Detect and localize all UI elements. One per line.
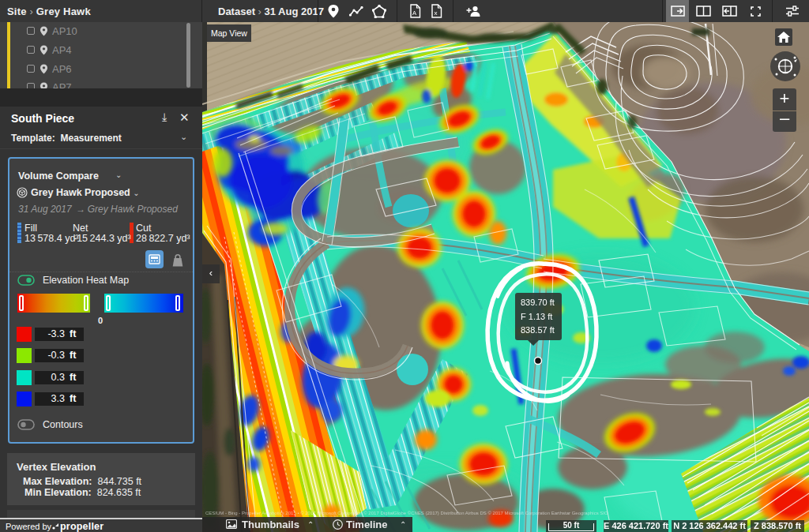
svg-text:A: A	[412, 9, 416, 17]
svg-text:x: x	[435, 9, 438, 17]
